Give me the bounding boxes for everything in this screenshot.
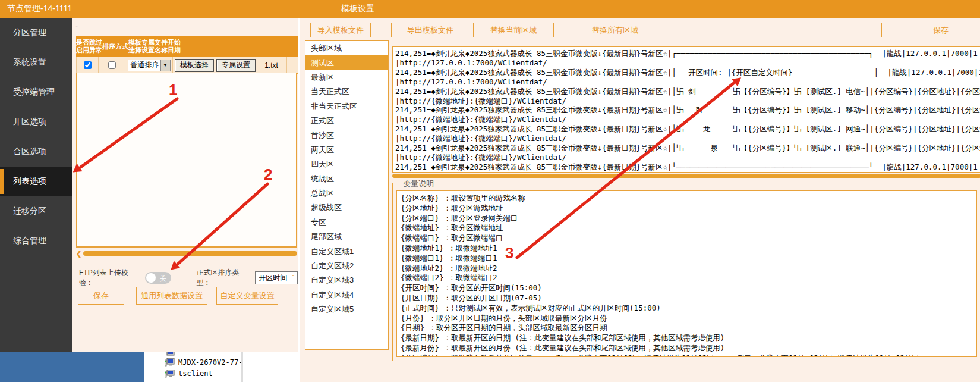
- file-list-item[interactable]: MJDX-2670V2-77-: [144, 356, 298, 368]
- region-label: 首沙区: [311, 130, 334, 141]
- template-line: 214,251=◆剑引龙泉◆2025独家武器成长 85三职金币微变版↓{最新日期…: [395, 143, 980, 153]
- region-label: 自定义区域1: [311, 246, 354, 257]
- region-list-item[interactable]: 首沙区: [305, 128, 388, 142]
- table-headers: 是否 启用 跳过 异常 排序方式 模板 选择 专属 设置 文件 名称 开始: [76, 36, 181, 57]
- region-label: 总战区: [311, 188, 334, 199]
- variable-lines: {分区名称} ：取设置项里的游戏名称 {分区地址} ：取分区游戏地址 {分区端口…: [401, 193, 973, 357]
- region-label: 头部区域: [311, 43, 342, 54]
- file-name: MJDX-2670V2-77-: [178, 358, 242, 367]
- ftp-upload-toggle[interactable]: 关: [145, 272, 171, 284]
- variable-line: {微端地址1} ：取微端地址1: [401, 243, 973, 253]
- region-list-item[interactable]: 自定义区域4: [305, 288, 388, 302]
- replace-all-regions-button[interactable]: 替换所有区域: [573, 23, 657, 37]
- sidebar-item-label: 系统设置: [13, 57, 46, 68]
- enable-checkbox[interactable]: [84, 61, 92, 69]
- editor-scrollbar-thumb[interactable]: [392, 174, 980, 178]
- file-name: tsclient: [178, 370, 213, 378]
- variable-line: {微端端口1} ：取微端端口1: [401, 253, 973, 264]
- sort-mode-value: 普通排序: [128, 60, 160, 70]
- region-label: 当天正式区: [311, 86, 349, 97]
- region-list-item[interactable]: 统战区: [305, 172, 388, 186]
- sidebar-item[interactable]: 列表选项: [0, 167, 72, 196]
- region-list-item[interactable]: 当天正式区: [305, 84, 388, 99]
- variable-line: {月份} ：取分区开区日期的月份，头部区域取最新区分区月份: [401, 314, 973, 324]
- region-label: 自定义区域5: [311, 304, 354, 315]
- region-list-item[interactable]: 超级战区: [305, 201, 388, 215]
- template-line: 214,251=◆剑引龙泉◆2025独家武器成长 85三职金币微变版↓{最新日期…: [395, 68, 980, 77]
- variable-line: {日期} ：取分区开区日期的日期，头部区域取最新区分区日期: [401, 323, 973, 333]
- table-header-cell: 跳过 异常: [89, 36, 102, 57]
- list-content-panel[interactable]: [76, 73, 297, 248]
- region-label: 尾部区域: [311, 231, 342, 242]
- template-editor[interactable]: 214,251=◆剑引龙泉◆2025独家武器成长 85三职金币微变版↓{最新日期…: [392, 46, 980, 173]
- toggle-state-label: 关: [159, 274, 166, 284]
- sidebar-item-label: 开区选项: [13, 117, 46, 127]
- template-lines: 214,251=◆剑引龙泉◆2025独家武器成长 85三职金币微变版↓{最新日期…: [395, 49, 980, 172]
- region-label: 两天区: [311, 145, 334, 155]
- region-list-item[interactable]: 测试区: [305, 55, 388, 70]
- save-button[interactable]: 保存: [78, 287, 124, 305]
- sort-type-dropdown[interactable]: 开区时间 ˆ​: [255, 271, 298, 284]
- region-list-item[interactable]: 自定义区域5: [305, 302, 388, 317]
- region-list-item[interactable]: 尾部区域: [305, 230, 388, 244]
- sort-mode-dropdown[interactable]: 普通排序 ▼: [128, 60, 171, 71]
- sidebar-item[interactable]: 系统设置: [0, 48, 72, 77]
- chevron-down-icon: ˆ​: [292, 275, 294, 281]
- region-list-item[interactable]: 四天区: [305, 157, 388, 171]
- template-save-button[interactable]: 保存: [881, 23, 980, 37]
- sidebar-item[interactable]: 受控端管理: [0, 77, 72, 107]
- region-list-item[interactable]: 正式区: [305, 114, 388, 128]
- filename-cell: 1.txt: [256, 57, 287, 73]
- template-settings-titlebar[interactable]: 模板设置: [298, 0, 980, 18]
- sidebar-item[interactable]: 综合管理: [0, 226, 72, 256]
- variable-line: {分区编号} ：取游戏名称后的分区信息 示例一：龙腾天下01号02区 取值结果为…: [401, 353, 973, 357]
- variables-title: 变量说明: [400, 179, 437, 189]
- custom-variable-button[interactable]: 自定义变量设置: [216, 287, 278, 305]
- file-list-item[interactable]: tsclient: [144, 368, 298, 379]
- template-select-cell: 模板选择: [173, 57, 216, 73]
- export-template-button[interactable]: 导出模板文件: [391, 23, 469, 37]
- region-list-item[interactable]: 自定义区域1: [305, 244, 388, 258]
- region-list-item[interactable]: 专区: [305, 215, 388, 230]
- region-list-item[interactable]: 最新区: [305, 70, 388, 84]
- general-list-data-button[interactable]: 通用列表数据设置: [136, 287, 207, 305]
- region-list-item[interactable]: 非当天正式区: [305, 99, 388, 114]
- import-template-button[interactable]: 导入模板文件: [310, 23, 371, 37]
- node-manager-titlebar[interactable]: 节点管理-14-1111: [0, 0, 298, 18]
- sidebar-item-label: 合区选项: [13, 146, 46, 157]
- template-select-button[interactable]: 模板选择: [175, 59, 214, 72]
- variable-line: {分区名称} ：取设置项里的游戏名称: [401, 193, 973, 203]
- list-config-table: 是否 启用 跳过 异常 排序方式 模板 选择 专属 设置 文件 名称 开始: [76, 36, 298, 74]
- table-header-row: 是否 启用 跳过 异常 排序方式 模板 选择 专属 设置 文件 名称 开始: [76, 36, 298, 57]
- sort-type-value: 开区时间: [259, 273, 287, 283]
- variables-panel: {分区名称} ：取设置项里的游戏名称 {分区地址} ：取分区游戏地址 {分区端口…: [396, 190, 977, 357]
- template-settings-title: 模板设置: [341, 4, 374, 14]
- sidebar-item[interactable]: 分区管理: [0, 18, 72, 48]
- sidebar-item[interactable]: 开区选项: [0, 107, 72, 137]
- region-label: 四天区: [311, 159, 334, 170]
- skip-error-checkbox[interactable]: [108, 61, 116, 69]
- computer-icon: [165, 358, 175, 367]
- region-list-item[interactable]: 自定义区域3: [305, 273, 388, 287]
- sidebar-item-label: 列表选项: [13, 176, 46, 187]
- scroll-left-icon[interactable]: ❮: [76, 250, 81, 258]
- editor-horizontal-scrollbar[interactable]: [392, 173, 980, 179]
- sidebar-item[interactable]: 合区选项: [0, 137, 72, 167]
- exclusive-settings-button[interactable]: 专属设置: [216, 59, 256, 72]
- desktop-fragment: [0, 352, 144, 382]
- variable-line: {开区日期} ：取分区的开区日期(07-05): [401, 293, 973, 303]
- region-list-item[interactable]: 两天区: [305, 143, 388, 157]
- replace-current-region-button[interactable]: 替换当前区域: [473, 23, 554, 37]
- table-header-cell: 专属 设置: [141, 36, 155, 57]
- region-list-item[interactable]: 总战区: [305, 186, 388, 201]
- sidebar-item-label: 分区管理: [13, 27, 46, 38]
- sidebar-item[interactable]: 迁移分区: [0, 196, 72, 226]
- region-list-item[interactable]: 自定义区域2: [305, 259, 388, 273]
- region-list-item[interactable]: 头部区域: [305, 41, 388, 55]
- dropdown-arrow-icon[interactable]: ▼: [160, 60, 170, 71]
- variable-line: {分区地址} ：取分区游戏地址: [401, 203, 973, 214]
- variable-line: {最新月份} ：取最新开区的月份 (注：此变量建议在头部和尾部区域使用，其他区域…: [401, 343, 973, 353]
- sidebar-items: 分区管理 系统设置 受控端管理 开区选项 合区选项: [0, 18, 72, 256]
- variables-groupbox: 变量说明 {分区名称} ：取设置项里的游戏名称 {分区地址} ：取分区游戏地址 …: [392, 183, 980, 361]
- template-line: 214,251=◆剑引龙泉◆2025独家武器成长 85三职金币微变版↓{最新日期…: [395, 124, 980, 134]
